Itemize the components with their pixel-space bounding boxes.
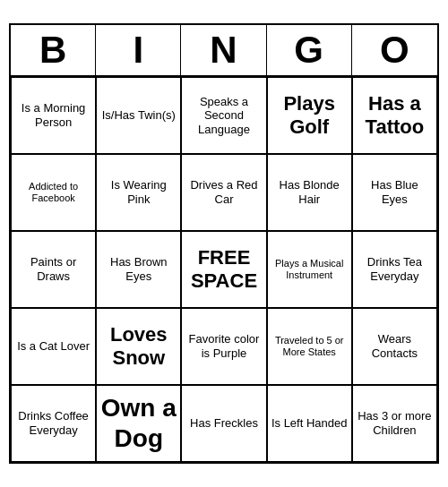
bingo-cell-9: Has Blue Eyes [352, 154, 437, 231]
cell-text-20: Drinks Coffee Everyday [15, 409, 91, 437]
bingo-cell-8: Has Blonde Hair [267, 154, 352, 231]
bingo-cell-15: Is a Cat Lover [11, 308, 96, 385]
cell-text-21: Own a Dog [100, 393, 177, 453]
bingo-cell-16: Loves Snow [96, 308, 181, 385]
bingo-cell-11: Has Brown Eyes [96, 231, 181, 308]
bingo-cell-3: Plays Golf [267, 77, 352, 154]
header-letter-g: G [267, 25, 352, 75]
bingo-cell-24: Has 3 or more Children [352, 385, 437, 462]
bingo-cell-23: Is Left Handed [267, 385, 352, 462]
cell-text-10: Paints or Draws [15, 255, 91, 283]
cell-text-2: Speaks a Second Language [185, 95, 262, 137]
cell-text-4: Has a Tattoo [357, 92, 433, 140]
header-letter-o: O [352, 25, 437, 75]
cell-text-22: Has Freckles [190, 416, 258, 431]
bingo-grid: Is a Morning PersonIs/Has Twin(s)Speaks … [11, 77, 437, 462]
bingo-cell-2: Speaks a Second Language [181, 77, 266, 154]
bingo-cell-12: FREE SPACE [181, 231, 266, 308]
bingo-cell-18: Traveled to 5 or More States [267, 308, 352, 385]
bingo-cell-4: Has a Tattoo [352, 77, 437, 154]
bingo-cell-0: Is a Morning Person [11, 77, 96, 154]
header-letter-n: N [181, 25, 266, 75]
cell-text-11: Has Brown Eyes [100, 255, 177, 283]
bingo-cell-20: Drinks Coffee Everyday [11, 385, 96, 462]
cell-text-19: Wears Contacts [357, 332, 433, 360]
cell-text-13: Plays a Musical Instrument [271, 258, 348, 281]
bingo-cell-1: Is/Has Twin(s) [96, 77, 181, 154]
cell-text-3: Plays Golf [271, 92, 348, 140]
bingo-card: BINGO Is a Morning PersonIs/Has Twin(s)S… [9, 23, 439, 464]
cell-text-12: FREE SPACE [185, 246, 262, 294]
cell-text-0: Is a Morning Person [15, 101, 91, 129]
cell-text-1: Is/Has Twin(s) [102, 108, 176, 123]
bingo-cell-7: Drives a Red Car [181, 154, 266, 231]
bingo-cell-14: Drinks Tea Everyday [352, 231, 437, 308]
header-letter-i: I [96, 25, 181, 75]
cell-text-15: Is a Cat Lover [17, 339, 90, 354]
bingo-cell-22: Has Freckles [181, 385, 266, 462]
bingo-header: BINGO [11, 25, 437, 77]
bingo-cell-19: Wears Contacts [352, 308, 437, 385]
bingo-cell-13: Plays a Musical Instrument [267, 231, 352, 308]
cell-text-14: Drinks Tea Everyday [357, 255, 433, 283]
cell-text-16: Loves Snow [100, 323, 177, 371]
bingo-cell-5: Addicted to Facebook [11, 154, 96, 231]
bingo-cell-17: Favorite color is Purple [181, 308, 266, 385]
cell-text-7: Drives a Red Car [185, 178, 262, 206]
cell-text-6: Is Wearing Pink [100, 178, 177, 206]
header-letter-b: B [11, 25, 96, 75]
cell-text-5: Addicted to Facebook [15, 181, 91, 204]
cell-text-9: Has Blue Eyes [357, 178, 433, 206]
bingo-cell-6: Is Wearing Pink [96, 154, 181, 231]
cell-text-24: Has 3 or more Children [357, 409, 433, 437]
bingo-cell-10: Paints or Draws [11, 231, 96, 308]
cell-text-17: Favorite color is Purple [185, 332, 262, 360]
cell-text-18: Traveled to 5 or More States [271, 335, 348, 358]
cell-text-8: Has Blonde Hair [271, 178, 348, 206]
cell-text-23: Is Left Handed [271, 416, 348, 431]
bingo-cell-21: Own a Dog [96, 385, 181, 462]
